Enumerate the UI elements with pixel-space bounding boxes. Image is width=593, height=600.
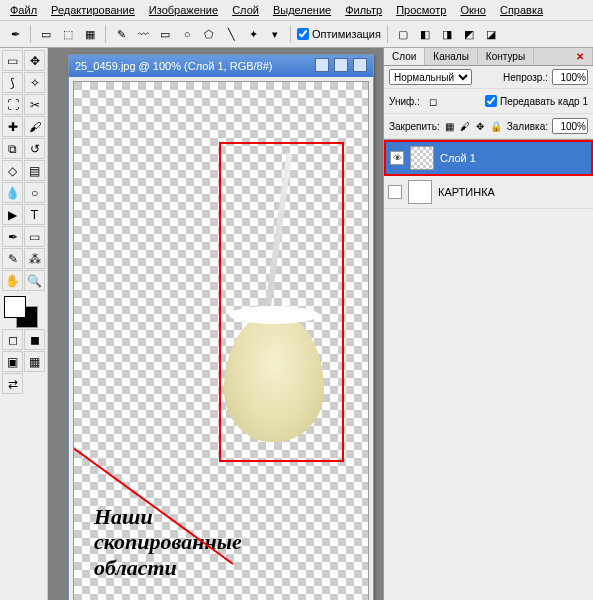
screenmode-1[interactable]: ▣: [2, 351, 23, 372]
layer-item[interactable]: КАРТИНКА: [384, 176, 593, 209]
crop-tool[interactable]: ⛶: [2, 94, 23, 115]
history-brush-tool[interactable]: ↺: [24, 138, 45, 159]
canvas[interactable]: Наши скопированные области: [73, 81, 369, 600]
visibility-icon[interactable]: 👁: [390, 151, 404, 165]
polygon-icon[interactable]: ⬠: [200, 25, 218, 43]
title-bar[interactable]: 25_0459.jpg @ 100% (Слой 1, RGB/8#): [69, 55, 373, 77]
tab-channels[interactable]: Каналы: [425, 48, 478, 65]
panel-close-icon[interactable]: ✕: [568, 48, 593, 65]
layer-thumbnail[interactable]: [408, 180, 432, 204]
document-window: 25_0459.jpg @ 100% (Слой 1, RGB/8#) Наши…: [68, 54, 374, 600]
blend-mode-select[interactable]: Нормальный: [389, 69, 472, 85]
shape-layers-icon[interactable]: ▭: [37, 25, 55, 43]
heal-tool[interactable]: ✚: [2, 116, 23, 137]
lasso-tool[interactable]: ⟆: [2, 72, 23, 93]
fg-color[interactable]: [4, 296, 26, 318]
fill-pixels-icon[interactable]: ▦: [81, 25, 99, 43]
canvas-area: 25_0459.jpg @ 100% (Слой 1, RGB/8#) Наши…: [48, 48, 383, 600]
hand-tool[interactable]: ✋: [2, 270, 23, 291]
eraser-tool[interactable]: ◇: [2, 160, 23, 181]
tab-paths[interactable]: Контуры: [478, 48, 534, 65]
panels: Слои Каналы Контуры ✕ Нормальный Непрозр…: [383, 48, 593, 600]
menu-bar: Файл Редактирование Изображение Слой Выд…: [0, 0, 593, 21]
separator: [105, 25, 106, 43]
menu-layer[interactable]: Слой: [226, 2, 265, 18]
pen-tool[interactable]: ✒: [2, 226, 23, 247]
stamp-tool[interactable]: ⧉: [2, 138, 23, 159]
close-button[interactable]: [353, 58, 367, 72]
path-op-1-icon[interactable]: ▢: [394, 25, 412, 43]
doc-title: 25_0459.jpg @ 100% (Слой 1, RGB/8#): [75, 60, 273, 72]
marquee-tool[interactable]: ▭: [2, 50, 23, 71]
menu-select[interactable]: Выделение: [267, 2, 337, 18]
move-tool[interactable]: ✥: [24, 50, 45, 71]
custom-shape-icon[interactable]: ✦: [244, 25, 262, 43]
tab-layers[interactable]: Слои: [384, 48, 425, 65]
menu-help[interactable]: Справка: [494, 2, 549, 18]
type-tool[interactable]: T: [24, 204, 45, 225]
layer-name: Слой 1: [440, 152, 476, 164]
screenmode-2[interactable]: ▦: [24, 351, 45, 372]
rect-icon[interactable]: ▭: [156, 25, 174, 43]
minimize-button[interactable]: [315, 58, 329, 72]
pass-frame-label: Передавать кадр 1: [500, 96, 588, 107]
menu-edit[interactable]: Редактирование: [45, 2, 141, 18]
menu-image[interactable]: Изображение: [143, 2, 224, 18]
layer-item[interactable]: 👁 Слой 1: [384, 140, 593, 176]
menu-window[interactable]: Окно: [454, 2, 492, 18]
lock-position-icon[interactable]: ✥: [475, 117, 485, 135]
layer-thumbnail[interactable]: [410, 146, 434, 170]
notes-tool[interactable]: ✎: [2, 248, 23, 269]
pen-tool-icon[interactable]: ✎: [112, 25, 130, 43]
main-area: ▭ ✥ ⟆ ✧ ⛶ ✂ ✚ 🖌 ⧉ ↺ ◇ ▤ 💧 ○ ▶ T ✒ ▭ ✎ ⁂ …: [0, 48, 593, 600]
freeform-pen-icon[interactable]: 〰: [134, 25, 152, 43]
optimize-label: Оптимизация: [312, 28, 381, 40]
lock-label: Закрепить:: [389, 121, 440, 132]
menu-file[interactable]: Файл: [4, 2, 43, 18]
lock-transparency-icon[interactable]: ▦: [444, 117, 455, 135]
optimize-checkbox[interactable]: Оптимизация: [297, 28, 381, 40]
lock-image-icon[interactable]: 🖌: [459, 117, 471, 135]
zoom-tool[interactable]: 🔍: [24, 270, 45, 291]
wand-tool[interactable]: ✧: [24, 72, 45, 93]
layers-list: 👁 Слой 1 КАРТИНКА: [384, 139, 593, 209]
quickmask2-tool[interactable]: ◼: [24, 329, 45, 350]
menu-filter[interactable]: Фильтр: [339, 2, 388, 18]
lock-row: Закрепить: ▦ 🖌 ✥ 🔒 Заливка:: [384, 114, 593, 139]
path-select-tool[interactable]: ▶: [2, 204, 23, 225]
line-icon[interactable]: ╲: [222, 25, 240, 43]
eyedropper-tool[interactable]: ⁂: [24, 248, 45, 269]
optimize-check-input[interactable]: [297, 28, 309, 40]
dodge-tool[interactable]: ○: [24, 182, 45, 203]
pass-frame-check[interactable]: Передавать кадр 1: [485, 93, 588, 109]
shape-tool[interactable]: ▭: [24, 226, 45, 247]
dropdown-icon[interactable]: ▾: [266, 25, 284, 43]
pass-frame-input[interactable]: [485, 93, 497, 109]
quickmask-tool[interactable]: ◻: [2, 329, 23, 350]
lock-all-icon[interactable]: 🔒: [489, 117, 503, 135]
blur-tool[interactable]: 💧: [2, 182, 23, 203]
layer-name: КАРТИНКА: [438, 186, 495, 198]
separator: [30, 25, 31, 43]
fill-input[interactable]: [552, 118, 588, 134]
unif-icon[interactable]: ◻: [424, 92, 442, 110]
visibility-icon[interactable]: [388, 185, 402, 199]
paths-icon[interactable]: ⬚: [59, 25, 77, 43]
opacity-input[interactable]: [552, 69, 588, 85]
fill-label: Заливка:: [507, 121, 548, 132]
path-op-2-icon[interactable]: ◧: [416, 25, 434, 43]
pen-icon[interactable]: ✒: [6, 25, 24, 43]
brush-tool[interactable]: 🖌: [24, 116, 45, 137]
panel-tabs: Слои Каналы Контуры ✕: [384, 48, 593, 66]
path-op-5-icon[interactable]: ◪: [482, 25, 500, 43]
ellipse-icon[interactable]: ○: [178, 25, 196, 43]
path-op-4-icon[interactable]: ◩: [460, 25, 478, 43]
path-op-3-icon[interactable]: ◨: [438, 25, 456, 43]
maximize-button[interactable]: [334, 58, 348, 72]
slice-tool[interactable]: ✂: [24, 94, 45, 115]
jump-to-iready[interactable]: ⇄: [2, 373, 23, 394]
color-swatch[interactable]: [2, 296, 45, 328]
menu-view[interactable]: Просмотр: [390, 2, 452, 18]
annotation-text: Наши скопированные области: [94, 504, 242, 580]
gradient-tool[interactable]: ▤: [24, 160, 45, 181]
